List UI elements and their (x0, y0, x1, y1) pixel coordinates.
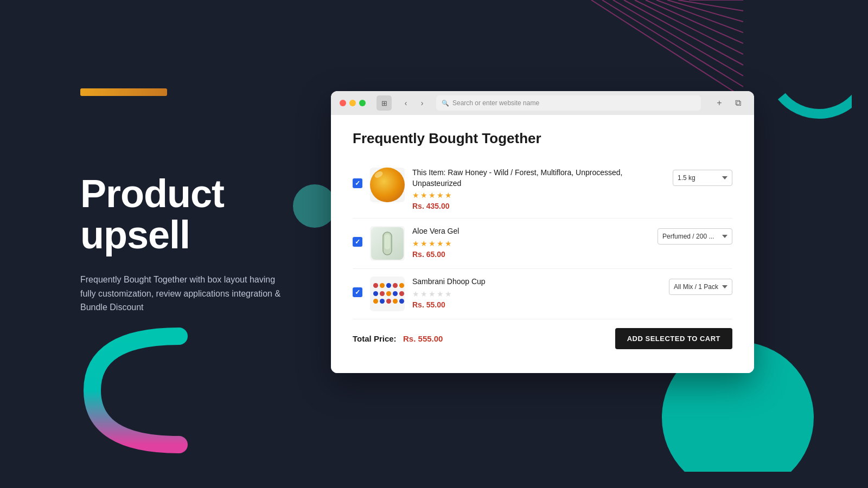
star-icon: ★ (437, 239, 444, 248)
svg-line-4 (635, 0, 743, 54)
product-variant-1: 1.5 kg 500 g 250 g (673, 170, 732, 186)
product-item-1: This Item: Raw Honey - Wild / Forest, Mu… (353, 160, 732, 219)
browser-content: Frequently Bought Together This Item: Ra… (331, 115, 754, 373)
widget-title: Frequently Bought Together (353, 130, 732, 147)
product-price-2: Rs. 65.00 (412, 250, 650, 259)
star-empty-icon: ★ (429, 290, 436, 298)
forward-button[interactable]: › (414, 95, 430, 111)
svg-line-3 (624, 0, 743, 65)
back-button[interactable]: ‹ (398, 95, 413, 111)
honey-image (370, 168, 405, 202)
star-icon: ★ (445, 191, 452, 200)
product-checkbox-1[interactable] (353, 178, 362, 188)
product-price-1: Rs. 435.00 (412, 202, 665, 210)
product-image-1 (370, 168, 405, 202)
svg-rect-14 (385, 234, 390, 249)
product-name-2: Aloe Vera Gel (412, 226, 650, 237)
cart-footer: Total Price: Rs. 555.00 ADD SELECTED TO … (353, 319, 732, 354)
product-name-3: Sambrani Dhoop Cup (412, 277, 661, 287)
product-image-3 (370, 277, 405, 311)
browser-nav: ‹ › (398, 95, 430, 111)
variant-select-1[interactable]: 1.5 kg 500 g 250 g (673, 170, 732, 186)
url-bar[interactable]: 🔍 Search or enter website name (436, 95, 701, 111)
star-icon: ★ (437, 191, 444, 200)
product-details-1: This Item: Raw Honey - Wild / Forest, Mu… (412, 168, 665, 210)
svg-point-10 (770, 33, 852, 114)
product-stars-1: ★ ★ ★ ★ ★ (412, 191, 665, 200)
product-item-3: Sambrani Dhoop Cup ★ ★ ★ ★ ★ Rs. 55.00 A… (353, 269, 732, 319)
product-stars-3: ★ ★ ★ ★ ★ (412, 290, 661, 298)
minimize-button[interactable] (349, 100, 356, 106)
svg-line-1 (602, 0, 743, 87)
star-empty-icon: ★ (445, 290, 452, 298)
window-controls (340, 100, 366, 106)
svg-line-0 (591, 0, 743, 98)
aloe-image (371, 227, 404, 260)
product-item-2: Aloe Vera Gel ★ ★ ★ ★ ★ Rs. 65.00 Perfum… (353, 219, 732, 269)
svg-line-5 (646, 0, 743, 43)
product-price-3: Rs. 55.00 (412, 300, 661, 309)
add-to-cart-button[interactable]: ADD SELECTED TO CART (615, 328, 732, 349)
sub-description: Frequently Bought Together with box layo… (80, 273, 286, 314)
product-variant-2: Perfumed / 200 ... Unscented / 200 ml (658, 228, 732, 245)
variant-select-3[interactable]: All Mix / 1 Pack Rose / 1 Pack (669, 279, 732, 295)
svg-line-6 (656, 0, 743, 33)
product-image-2 (370, 226, 405, 261)
product-stars-2: ★ ★ ★ ★ ★ (412, 239, 650, 248)
variant-select-2[interactable]: Perfumed / 200 ... Unscented / 200 ml (658, 228, 732, 245)
tab-view-button[interactable]: ⊞ (376, 95, 392, 111)
star-icon: ★ (420, 239, 427, 248)
product-details-2: Aloe Vera Gel ★ ★ ★ ★ ★ Rs. 65.00 (412, 226, 650, 259)
total-price-section: Total Price: Rs. 555.00 (353, 334, 443, 344)
svg-line-8 (678, 0, 743, 11)
url-placeholder: Search or enter website name (452, 99, 539, 107)
star-icon: ★ (420, 191, 427, 200)
copy-button[interactable]: ⧉ (730, 95, 745, 111)
star-empty-icon: ★ (412, 290, 419, 298)
dhoop-image (371, 281, 404, 307)
total-price-label: Total Price: (353, 334, 397, 343)
tab-button-group: ⊞ (376, 95, 392, 111)
product-variant-3: All Mix / 1 Pack Rose / 1 Pack (669, 279, 732, 295)
star-icon: ★ (429, 239, 436, 248)
main-title: Product upsell (80, 174, 293, 255)
browser-actions: + ⧉ (712, 95, 745, 111)
svg-line-2 (613, 0, 743, 76)
new-tab-button[interactable]: + (712, 95, 727, 111)
product-details-3: Sambrani Dhoop Cup ★ ★ ★ ★ ★ Rs. 55.00 (412, 277, 661, 309)
star-empty-icon: ★ (420, 290, 427, 298)
product-name-1: This Item: Raw Honey - Wild / Forest, Mu… (412, 168, 665, 189)
star-icon: ★ (412, 239, 419, 248)
star-icon: ★ (429, 191, 436, 200)
maximize-button[interactable] (359, 100, 366, 106)
star-empty-icon: ★ (437, 290, 444, 298)
total-price-value: Rs. 555.00 (403, 334, 443, 343)
star-icon: ★ (445, 239, 452, 248)
product-checkbox-3[interactable] (353, 287, 362, 297)
svg-line-7 (667, 0, 743, 22)
browser-window: ⊞ ‹ › 🔍 Search or enter website name + ⧉… (331, 91, 754, 373)
star-icon: ★ (412, 191, 419, 200)
product-checkbox-2[interactable] (353, 237, 362, 247)
left-panel: Product upsell Frequently Bought Togethe… (0, 0, 336, 488)
browser-toolbar: ⊞ ‹ › 🔍 Search or enter website name + ⧉ (331, 91, 754, 115)
close-button[interactable] (340, 100, 346, 106)
